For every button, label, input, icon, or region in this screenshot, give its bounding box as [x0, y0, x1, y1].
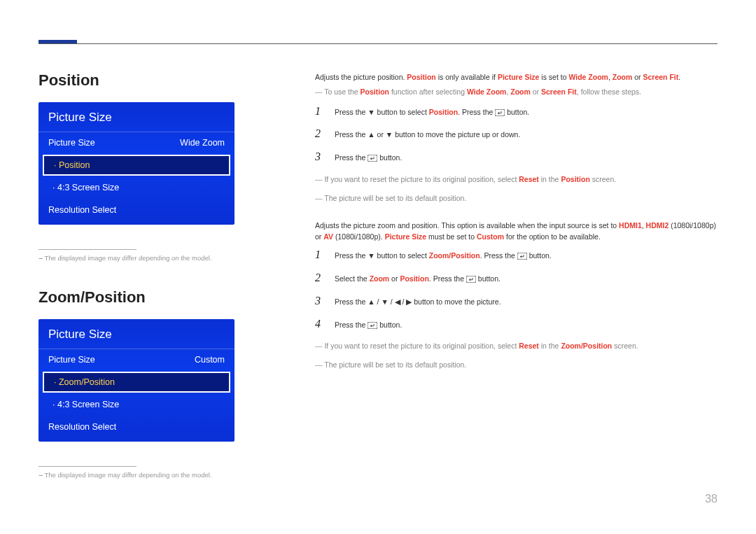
svg-rect-0: [495, 109, 505, 116]
step-text: Press the button.: [335, 152, 718, 164]
menu-item-43: 4:3 Screen Size: [38, 177, 234, 198]
hl: Zoom: [510, 87, 531, 96]
hl: Reset: [519, 175, 539, 183]
dash-line: If you want to reset the picture to its …: [315, 340, 718, 352]
step-text: Press the ▲ / ▼ / ◀ / ▶ button to move t…: [335, 296, 718, 308]
enter-icon: [495, 109, 505, 116]
t: . Press the: [429, 274, 466, 283]
hl: Wide Zoom: [568, 73, 608, 81]
t: Press the: [335, 321, 368, 329]
hl: Position: [429, 108, 458, 116]
t: button.: [377, 321, 402, 329]
hl: Zoom: [612, 73, 633, 81]
left-column: Position Picture Size Picture Size Wide …: [38, 71, 273, 505]
t: is only available if: [436, 73, 498, 81]
step-text: Press the ▼ button to select Position. P…: [335, 106, 718, 118]
t: , follow these steps.: [577, 87, 641, 96]
step-1: 1 Press the ▼ button to select Position.…: [315, 105, 718, 118]
hl: Reset: [519, 342, 539, 350]
t: Adjusts the picture zoom and position. T…: [315, 221, 619, 230]
step-2: 2 Press the ▲ or ▼ button to move the pi…: [315, 127, 718, 141]
t: (1080i/1080p).: [333, 232, 385, 241]
step-text: Press the button.: [335, 319, 718, 331]
hl: Picture Size: [385, 232, 427, 241]
svg-rect-4: [368, 322, 377, 329]
menu-row-value: Wide Zoom: [180, 138, 225, 148]
t: in the: [539, 175, 561, 183]
t: Adjusts the picture position.: [315, 73, 407, 81]
footnote-rule: [38, 466, 136, 467]
enter-icon: [466, 276, 476, 283]
page-number: 38: [705, 493, 718, 505]
t: To use the: [324, 87, 360, 96]
svg-rect-3: [466, 276, 476, 283]
hl: Screen Fit: [541, 87, 577, 96]
t: If you want to reset the picture to its …: [324, 342, 519, 350]
menu-row-picture-size: Picture Size Wide Zoom: [38, 132, 234, 153]
menu-selected-zoom: Zoom/Position: [43, 372, 230, 393]
menu-box-position: Picture Size Picture Size Wide Zoom Posi…: [38, 102, 234, 225]
t: Select the: [335, 274, 370, 283]
menu-title: Picture Size: [38, 319, 234, 349]
right-section-2: Adjusts the picture zoom and position. T…: [315, 220, 718, 371]
step-1: 1 Press the ▼ button to select Zoom/Posi…: [315, 248, 718, 262]
t: function after selecting: [389, 87, 467, 96]
menu-item-resolution: Resolution Select: [38, 415, 234, 442]
header-rule: [38, 43, 718, 44]
step-4: 4 Press the button.: [315, 318, 718, 331]
svg-rect-1: [368, 155, 377, 162]
hl: Zoom/Position: [429, 251, 480, 260]
t: Press the ▼ button to select: [335, 251, 429, 260]
hl: Custom: [477, 232, 504, 241]
t: must be set to: [426, 232, 477, 241]
t: . Press the: [458, 108, 495, 116]
t: button.: [527, 251, 552, 260]
section-heading-zoom: Zoom/Position: [38, 288, 273, 307]
t: button.: [377, 153, 402, 162]
enter-icon: [368, 155, 377, 162]
step-text: Select the Zoom or Position. Press the b…: [335, 273, 718, 285]
menu-row-picture-size: Picture Size Custom: [38, 349, 234, 370]
enter-icon: [368, 322, 377, 329]
step-num: 2: [315, 127, 325, 140]
t: screen.: [590, 175, 616, 183]
step-list-1: 1 Press the ▼ button to select Position.…: [315, 105, 718, 164]
t: or: [632, 73, 643, 81]
step-num: 1: [315, 248, 325, 261]
t: Press the: [335, 153, 368, 162]
step-3: 3 Press the button.: [315, 150, 718, 164]
footnote-text: The displayed image may differ depending…: [38, 254, 273, 262]
hl: Wide Zoom: [467, 87, 506, 96]
menu-box-zoom: Picture Size Picture Size Custom Zoom/Po…: [38, 319, 234, 442]
columns: Position Picture Size Picture Size Wide …: [38, 43, 718, 505]
t: in the: [539, 342, 561, 350]
hl: Position: [407, 73, 435, 81]
intro-position: Adjusts the picture position. Position i…: [315, 71, 718, 83]
hl: Zoom/Position: [561, 342, 612, 350]
footnote-rule: [38, 249, 136, 250]
dash-line: If you want to reset the picture to its …: [315, 174, 718, 185]
menu-title: Picture Size: [38, 102, 234, 132]
hl: Position: [400, 274, 428, 283]
dash-line: The picture will be set to its default p…: [315, 192, 718, 204]
t: screen.: [612, 342, 638, 350]
step-text: Press the ▲ or ▼ button to move the pict…: [335, 129, 718, 141]
hl: Screen Fit: [643, 73, 679, 81]
intro-zoom: Adjusts the picture zoom and position. T…: [315, 220, 718, 244]
t: button.: [505, 108, 529, 116]
step-num: 3: [315, 295, 325, 307]
step-num: 4: [315, 318, 325, 330]
hl: Position: [360, 87, 389, 96]
section-heading-position: Position: [38, 71, 273, 90]
menu-item-resolution: Resolution Select: [38, 198, 234, 225]
dash-line: To use the Position function after selec…: [315, 86, 718, 98]
menu-row-value: Custom: [195, 355, 225, 365]
menu-selected-position: Position: [43, 155, 230, 176]
hl: HDMI2: [646, 221, 669, 230]
t: .: [678, 73, 680, 81]
hl: Picture Size: [498, 73, 540, 81]
dash-line: The picture will be set to its default p…: [315, 359, 718, 371]
step-num: 3: [315, 150, 325, 163]
t: is set to: [539, 73, 568, 81]
menu-row-label: Picture Size: [48, 355, 95, 365]
